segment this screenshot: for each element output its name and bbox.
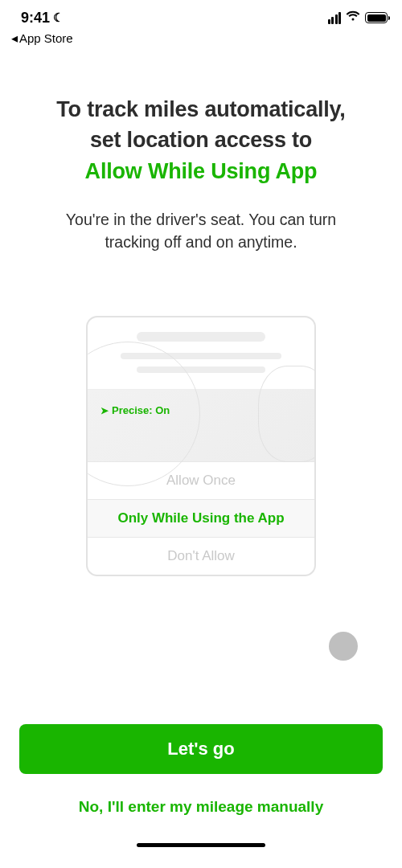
option-label: Only While Using the App — [117, 510, 284, 526]
headline-line2: set location access to — [90, 128, 312, 152]
subtext-line1: You're in the driver's seat. You can tur… — [66, 211, 336, 228]
headline-line1: To track miles automatically, — [56, 97, 345, 121]
dialog-map-preview: ➤ Precise: On — [88, 389, 314, 461]
dialog-option-dont-allow: Don't Allow — [88, 537, 314, 575]
status-bar: 9:41 ☾ — [0, 0, 402, 29]
permission-dialog-preview: ➤ Precise: On Allow Once Only While Usin… — [86, 316, 316, 576]
headline: To track miles automatically, set locati… — [24, 94, 378, 186]
status-time: 9:41 — [21, 10, 50, 27]
chevron-left-icon: ◂ — [11, 31, 18, 46]
precise-on-badge: ➤ Precise: On — [100, 404, 170, 416]
placeholder-line — [137, 332, 265, 342]
subtext-line2: tracking off and on anytime. — [105, 233, 297, 251]
back-label: App Store — [19, 31, 73, 45]
home-indicator — [137, 843, 265, 847]
battery-icon — [365, 12, 388, 23]
cellular-icon — [328, 12, 342, 24]
bottom-actions: Let's go No, I'll enter my mileage manua… — [0, 724, 402, 868]
enter-mileage-manually-link[interactable]: No, I'll enter my mileage manually — [19, 798, 383, 816]
map-road-line — [258, 366, 316, 462]
status-time-group: 9:41 ☾ — [21, 10, 64, 27]
primary-button-label: Let's go — [167, 739, 234, 759]
precise-label: Precise: On — [112, 404, 170, 416]
status-indicators — [328, 10, 388, 25]
back-to-app-store[interactable]: ◂ App Store — [0, 29, 402, 46]
lets-go-button[interactable]: Let's go — [19, 724, 383, 774]
subtext: You're in the driver's seat. You can tur… — [24, 209, 378, 253]
secondary-link-label: No, I'll enter my mileage manually — [79, 798, 323, 815]
location-arrow-icon: ➤ — [100, 405, 109, 416]
option-label: Don't Allow — [167, 548, 235, 564]
main-content: To track miles automatically, set locati… — [0, 46, 402, 576]
do-not-disturb-icon: ☾ — [53, 10, 64, 25]
headline-accent: Allow While Using App — [85, 159, 318, 183]
dialog-option-only-while-using: Only While Using the App — [88, 499, 314, 537]
wifi-icon — [346, 10, 360, 25]
progress-indicator-dot — [329, 632, 358, 661]
option-label: Allow Once — [166, 473, 236, 489]
